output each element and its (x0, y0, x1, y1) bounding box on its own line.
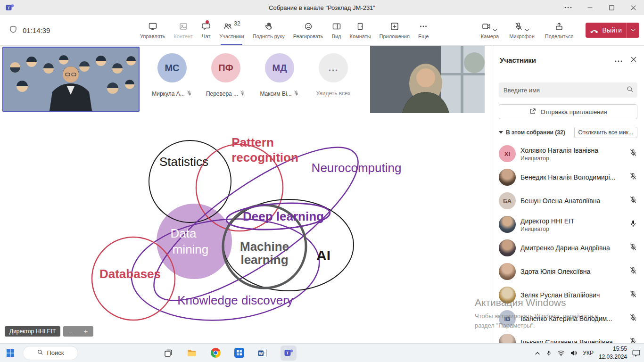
data-mining-circle (157, 204, 232, 279)
strip-participant-1[interactable]: МС Миркула А... (157, 53, 187, 98)
mic-muted-icon (239, 90, 246, 98)
zoom-in-button[interactable]: + (78, 326, 93, 337)
strip-participant-2[interactable]: ПФ Перевера ... (211, 53, 240, 98)
participant-row[interactable]: Зеляк Руслан Віталійович (492, 283, 644, 307)
mic-muted-icon (514, 22, 523, 33)
file-explorer-icon[interactable] (186, 347, 198, 359)
see-everyone-tile[interactable]: ... Увидеть всех (319, 53, 348, 98)
minimize-button[interactable] (579, 0, 601, 15)
door-icon (355, 22, 365, 31)
participant-list: ХІ Холявко Наталія ІванівнаИнициатор Бен… (492, 142, 644, 343)
panel-more-icon[interactable] (615, 56, 622, 64)
leave-button[interactable]: Выйти (586, 23, 639, 38)
avatar-initials: ХІ (499, 145, 516, 162)
meeting-toolbar: 01:14:39 Управлять Контент Чат (0, 15, 644, 46)
word-icon[interactable]: W (257, 347, 268, 359)
shield-icon (8, 25, 18, 36)
tray-network-icon[interactable] (557, 350, 565, 356)
raise-hand-button[interactable]: Поднять руку (248, 15, 289, 45)
start-button[interactable] (5, 347, 16, 359)
tray-chevron-up-icon[interactable] (535, 351, 540, 355)
mic-on-icon[interactable] (629, 219, 637, 230)
invite-button[interactable]: Отправка приглашения (499, 104, 637, 119)
participant-row[interactable]: Бенедик Наталія Володимирі... (492, 165, 644, 189)
task-view-icon[interactable] (163, 347, 174, 359)
zoom-controls: – + (63, 326, 93, 337)
camera-button[interactable]: Камера (477, 22, 503, 39)
svg-text:W: W (259, 351, 263, 356)
mic-muted-icon[interactable] (629, 290, 637, 300)
participants-button[interactable]: 32 Участники (215, 15, 248, 45)
camera-video-tile[interactable] (370, 46, 485, 113)
chrome-icon[interactable] (210, 347, 221, 359)
mic-muted-icon[interactable] (629, 337, 637, 343)
avatar-photo (499, 239, 516, 256)
panel-title: Участники (500, 56, 615, 64)
more-button[interactable]: Еще (414, 15, 433, 45)
participant-row[interactable]: БА Бешун Олена Анатоліївна (492, 189, 644, 213)
manage-button[interactable]: Управлять (136, 15, 169, 45)
screen-manage-icon (148, 22, 157, 31)
participant-row[interactable]: Дмитренко Дарина Андріївна (492, 236, 644, 260)
content-icon (179, 22, 188, 31)
microphone-button[interactable]: Микрофон (505, 22, 539, 39)
react-button[interactable]: Реагировать (289, 15, 328, 45)
clock[interactable]: 15:55 12.03.2024 (599, 345, 627, 360)
knowledge-discovery-label: Knowledge discovery (177, 293, 293, 307)
camera-icon (482, 22, 491, 33)
mic-muted-icon[interactable] (629, 172, 637, 182)
windows-taskbar: Поиск W T (0, 343, 644, 362)
teams-taskbar-icon[interactable]: T (281, 346, 297, 361)
in-meeting-section[interactable]: В этом собрании (32) (499, 129, 565, 136)
share-button[interactable]: Поделиться (541, 22, 578, 39)
mic-muted-icon[interactable] (629, 243, 637, 253)
strip-participant-3[interactable]: МД Максим Ві... (265, 53, 294, 98)
chat-button[interactable]: Чат (197, 15, 215, 45)
view-button[interactable]: Вид (328, 15, 346, 45)
language-indicator[interactable]: УКР (583, 350, 594, 356)
zoom-out-button[interactable]: – (63, 326, 78, 337)
participant-search[interactable] (499, 82, 637, 98)
mic-muted-icon[interactable] (629, 313, 637, 324)
mic-muted-icon[interactable] (629, 196, 637, 206)
ai-label: AI (316, 247, 330, 263)
titlebar-more-button[interactable] (557, 0, 579, 15)
rooms-button[interactable]: Комнаты (346, 15, 375, 45)
plus-square-icon (390, 22, 399, 31)
more-participants-icon: ... (319, 53, 348, 82)
mic-chevron-icon[interactable] (525, 25, 529, 33)
panel-close-icon[interactable] (631, 56, 636, 64)
apps-button[interactable]: Приложения (375, 15, 414, 45)
participant-row[interactable]: Здота Юлія Олексіївна (492, 260, 644, 283)
blue-app-icon[interactable] (233, 347, 245, 359)
maximize-button[interactable] (601, 0, 622, 15)
neurocomputing-label: Neurocomputing (312, 161, 402, 175)
mic-muted-icon (293, 90, 299, 98)
leave-chevron-icon[interactable] (627, 29, 639, 32)
search-input[interactable] (504, 87, 626, 94)
presenter-video-tile[interactable] (2, 47, 140, 112)
notification-center-icon[interactable] (632, 349, 640, 357)
taskbar-search[interactable]: Поиск (23, 346, 78, 360)
avatar-photo (499, 263, 516, 280)
tray-volume-icon[interactable] (570, 350, 578, 356)
mic-muted-icon[interactable] (629, 266, 637, 277)
meeting-timer: 01:14:39 (23, 26, 50, 34)
search-icon[interactable] (626, 85, 634, 95)
participant-row[interactable]: ХІ Холявко Наталія ІванівнаИнициатор (492, 142, 644, 165)
participant-row[interactable]: Директор ННІ ЕІТИнициатор (492, 213, 644, 236)
data-mining-label-2: mining (173, 242, 209, 256)
camera-chevron-icon[interactable] (493, 25, 497, 33)
participant-row[interactable]: ІВ Іваненко Катерина Володим... (492, 307, 644, 330)
close-button[interactable] (622, 0, 644, 15)
presenter-name-badge: Директор ННІ ЕІТ (5, 326, 60, 337)
participant-row[interactable]: Ільєнко Єлизавета Валеріївна (492, 330, 644, 343)
pattern-label-2: recognition (231, 150, 298, 165)
statistics-label: Statistics (159, 155, 208, 169)
camera-video (370, 46, 485, 113)
mute-all-button[interactable]: Отключить все мик... (574, 127, 637, 138)
deep-learning-label: Deep learning (243, 209, 324, 223)
databases-label: Databases (99, 267, 161, 281)
mic-muted-icon[interactable] (629, 148, 637, 159)
tray-mic-icon[interactable] (545, 350, 552, 356)
